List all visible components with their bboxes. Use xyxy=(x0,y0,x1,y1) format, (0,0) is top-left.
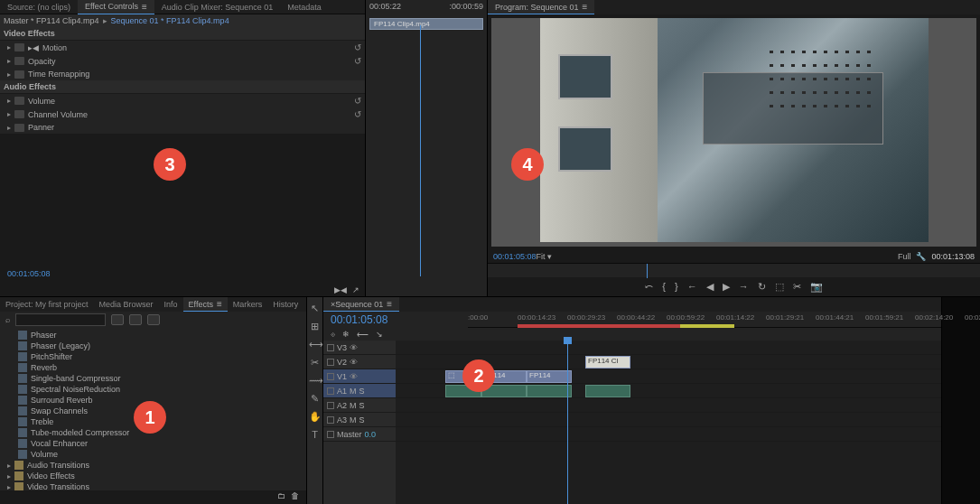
timeline-timecode[interactable]: 00:01:05:08 xyxy=(323,312,396,328)
fx-time-remap[interactable]: ▸Time Remapping xyxy=(0,68,365,80)
mute-icon[interactable]: M xyxy=(350,401,357,410)
delete-icon[interactable]: 🗑 xyxy=(291,491,299,500)
zoom-fit[interactable]: Fit xyxy=(537,252,546,261)
program-timecode-in[interactable]: 00:01:05:08 xyxy=(493,252,537,261)
lock-icon[interactable] xyxy=(327,373,334,380)
export-frame-icon[interactable]: 📷 xyxy=(810,281,823,293)
play-icon[interactable]: ▶ xyxy=(723,281,730,293)
tab-source[interactable]: Source: (no clips) xyxy=(0,0,78,14)
track-v2[interactable]: V2👁 xyxy=(323,355,396,369)
folder-video-fx[interactable]: ▸Video Effects xyxy=(0,471,306,481)
filter-badge-1[interactable] xyxy=(111,314,124,325)
tab-metadata[interactable]: Metadata xyxy=(280,0,329,14)
tab-info[interactable]: Info xyxy=(159,297,183,312)
extract-icon[interactable]: ✂ xyxy=(793,281,801,293)
lock-icon[interactable] xyxy=(327,416,334,424)
fx-reverb[interactable]: Reverb xyxy=(0,362,306,373)
fx-channel-volume[interactable]: ▸Channel Volume↺ xyxy=(0,107,365,121)
tab-project[interactable]: Project: My first project xyxy=(0,297,94,312)
eye-icon[interactable]: 👁 xyxy=(350,358,358,367)
panel-menu-icon[interactable]: ≡ xyxy=(142,2,147,12)
track-v3[interactable]: V3👁 xyxy=(323,341,396,355)
settings-icon[interactable]: ↘ xyxy=(376,330,383,339)
audio-effects-header[interactable]: Audio Effects xyxy=(0,80,365,94)
selection-tool-icon[interactable]: ↖ xyxy=(309,303,322,315)
go-out-icon[interactable]: ↻ xyxy=(758,281,766,293)
marker-icon[interactable]: ⟵ xyxy=(357,330,369,339)
track-a2[interactable]: A2MS xyxy=(323,398,396,413)
folder-audio-trans[interactable]: ▸Audio Transitions xyxy=(0,460,306,471)
clip-v2[interactable]: FP114 Cl xyxy=(585,356,630,369)
timeline-ruler[interactable]: :00:00 00:00:14:23 00:00:29:23 00:00:44:… xyxy=(468,312,941,328)
effect-timecode[interactable]: 00:01:05:08 xyxy=(4,267,54,280)
track-a1[interactable]: A1MS xyxy=(323,384,396,398)
filter-badge-3[interactable] xyxy=(147,314,160,325)
linked-sel-icon[interactable]: ❄ xyxy=(342,330,350,339)
lock-icon[interactable] xyxy=(327,387,334,395)
filter-badge-2[interactable] xyxy=(129,314,142,325)
add-marker-icon[interactable]: ⤺ xyxy=(645,281,653,293)
clip-a1-3[interactable] xyxy=(527,385,572,397)
effects-search-input[interactable] xyxy=(15,313,106,326)
source-clip[interactable]: FP114 Clip4.mp4 xyxy=(369,18,483,30)
fx-pitchshifter[interactable]: PitchShifter xyxy=(0,351,306,362)
solo-icon[interactable]: S xyxy=(359,401,365,410)
step-fwd-icon[interactable]: → xyxy=(739,281,749,293)
lock-icon[interactable] xyxy=(327,402,334,409)
reset-icon[interactable]: ↺ xyxy=(354,109,361,119)
track-master[interactable]: Master0.0 xyxy=(323,427,396,442)
sequence-clip-label[interactable]: Sequence 01 * FP114 Clip4.mp4 xyxy=(111,16,229,25)
razor-tool-icon[interactable]: ✂ xyxy=(309,357,322,369)
playhead-line[interactable] xyxy=(420,25,421,276)
eye-icon[interactable]: 👁 xyxy=(350,343,358,352)
clip-a1-4[interactable] xyxy=(585,385,630,397)
loop-icon[interactable]: ▶◀ xyxy=(334,285,347,294)
lock-icon[interactable] xyxy=(327,431,334,438)
fx-singleband[interactable]: Single-band Compressor xyxy=(0,373,306,384)
fx-spectral[interactable]: Spectral NoiseReduction xyxy=(0,384,306,395)
tab-sequence[interactable]: × Sequence 01≡ xyxy=(323,297,399,312)
solo-icon[interactable]: S xyxy=(359,387,365,396)
fx-volume[interactable]: Volume xyxy=(0,449,306,460)
track-a3[interactable]: A3MS xyxy=(323,413,396,427)
slip-tool-icon[interactable]: ⟿ xyxy=(309,375,322,387)
lock-icon[interactable] xyxy=(327,344,334,351)
mark-out-icon[interactable]: } xyxy=(675,281,678,293)
step-back-icon[interactable]: ◀ xyxy=(706,281,714,293)
fx-phaser[interactable]: Phaser xyxy=(0,330,306,341)
program-ruler[interactable] xyxy=(488,263,980,277)
track-v1[interactable]: V1👁 xyxy=(323,369,396,384)
tab-media-browser[interactable]: Media Browser xyxy=(94,297,159,312)
fx-opacity[interactable]: ▸Opacity↺ xyxy=(0,54,365,68)
tab-effect-controls[interactable]: Effect Controls≡ xyxy=(78,0,154,14)
type-tool-icon[interactable]: T xyxy=(309,429,322,442)
tab-effects[interactable]: Effects≡ xyxy=(183,297,228,312)
folder-video-trans[interactable]: ▸Video Transitions xyxy=(0,481,306,490)
mark-in-icon[interactable]: { xyxy=(662,281,666,293)
eye-icon[interactable]: 👁 xyxy=(350,372,358,381)
reset-icon[interactable]: ↺ xyxy=(354,42,361,52)
fx-panner[interactable]: ▸Panner xyxy=(0,121,365,134)
fx-motion[interactable]: ▸▸◀Motion↺ xyxy=(0,41,365,54)
fx-phaser-legacy[interactable]: Phaser (Legacy) xyxy=(0,341,306,351)
lift-icon[interactable]: ⬚ xyxy=(775,281,784,293)
timeline-playhead-line[interactable] xyxy=(567,341,568,504)
playhead-icon[interactable] xyxy=(647,264,648,278)
timeline-playhead-icon[interactable] xyxy=(564,337,572,344)
solo-icon[interactable]: S xyxy=(359,415,365,425)
fx-volume[interactable]: ▸Volume↺ xyxy=(0,94,365,107)
tab-history[interactable]: History xyxy=(267,297,303,312)
track-select-tool-icon[interactable]: ⊞ xyxy=(309,321,322,333)
go-in-icon[interactable]: ← xyxy=(687,281,697,293)
video-effects-header[interactable]: Video Effects xyxy=(0,27,365,41)
snap-icon[interactable]: ⟐ xyxy=(331,330,335,339)
clip-v1-3[interactable]: FP114 xyxy=(527,370,572,383)
fx-vocal[interactable]: Vocal Enhancer xyxy=(0,438,306,449)
settings-icon[interactable]: 🔧 xyxy=(916,252,926,261)
lock-icon[interactable] xyxy=(327,359,334,366)
mute-icon[interactable]: M xyxy=(350,415,357,425)
ripple-tool-icon[interactable]: ⟷ xyxy=(309,339,322,351)
tab-program[interactable]: Program: Sequence 01≡ xyxy=(488,0,594,14)
tab-markers[interactable]: Markers xyxy=(228,297,268,312)
quality-select[interactable]: Full xyxy=(898,252,911,261)
